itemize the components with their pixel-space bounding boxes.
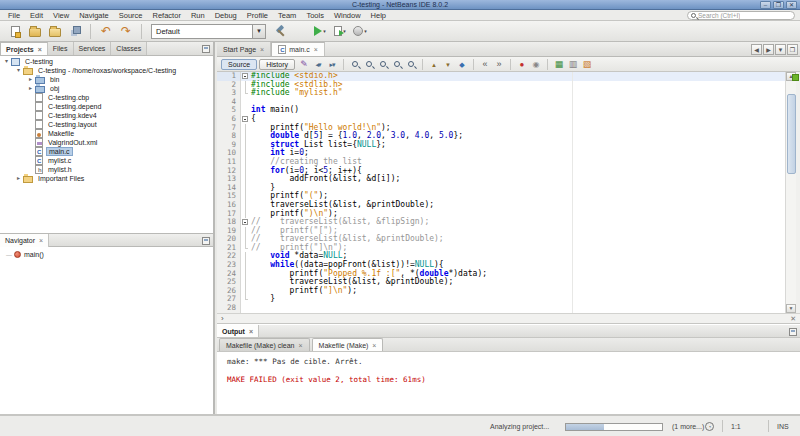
chevron-down-icon[interactable]: ▾ bbox=[364, 28, 367, 34]
fold-collapse-icon[interactable] bbox=[242, 219, 248, 225]
menu-edit[interactable]: Edit bbox=[25, 10, 48, 21]
menu-view[interactable]: View bbox=[48, 10, 74, 21]
find-selection-button[interactable] bbox=[390, 58, 404, 70]
tree-item-obj[interactable]: ▸obj bbox=[0, 84, 213, 93]
code-line[interactable]: 27 } bbox=[217, 295, 800, 304]
process-icon[interactable]: ◔ bbox=[705, 422, 714, 431]
tree-item-valgrindout-xml[interactable]: ValgrindOut.xml bbox=[0, 138, 213, 147]
maximize-icon[interactable]: ❒ bbox=[773, 1, 784, 9]
forward-button[interactable] bbox=[325, 58, 339, 70]
last-edited-button[interactable] bbox=[297, 58, 311, 70]
stop-macro-button[interactable] bbox=[515, 58, 529, 70]
toggle-highlight-button[interactable] bbox=[404, 58, 418, 70]
redo-button[interactable] bbox=[116, 22, 136, 40]
tab-files[interactable]: Files bbox=[48, 42, 74, 55]
history-view-button[interactable]: History bbox=[259, 59, 295, 70]
minimize-icon[interactable]: – bbox=[760, 1, 771, 9]
tree-item-c-testing-cbp[interactable]: C-testing.cbp bbox=[0, 93, 213, 102]
new-project-button[interactable] bbox=[25, 22, 45, 40]
find-previous-button[interactable] bbox=[376, 58, 390, 70]
fold-collapse-icon[interactable] bbox=[242, 116, 248, 122]
tree-item-c-testing-home-roxas-workspace-c-testing[interactable]: ▾C-testing - /home/roxas/workspace/C-tes… bbox=[0, 66, 213, 75]
menu-tools[interactable]: Tools bbox=[301, 10, 329, 21]
scrollbar-thumb[interactable] bbox=[787, 94, 796, 174]
chevron-down-icon[interactable]: ▼ bbox=[252, 25, 265, 38]
close-icon[interactable]: × bbox=[298, 342, 302, 349]
clean-build-button[interactable] bbox=[290, 22, 310, 40]
code-line[interactable]: 28 bbox=[217, 304, 800, 313]
tab-output[interactable]: Output × bbox=[217, 325, 259, 337]
tree-item-important-files[interactable]: ▸Important Files bbox=[0, 174, 213, 183]
menu-help[interactable]: Help bbox=[366, 10, 391, 21]
more-processes-link[interactable]: (1 more...) bbox=[672, 423, 704, 430]
tree-item-c-testing-kdev4[interactable]: C-testing.kdev4 bbox=[0, 111, 213, 120]
tree-item-c-testing-layout[interactable]: C-testing.layout bbox=[0, 120, 213, 129]
expand-icon[interactable]: ▸ bbox=[14, 174, 23, 183]
menu-file[interactable]: File bbox=[3, 10, 25, 21]
collapse-icon[interactable]: ▾ bbox=[14, 66, 23, 75]
fold-gutter[interactable] bbox=[241, 218, 251, 227]
menu-debug[interactable]: Debug bbox=[210, 10, 242, 21]
tree-item-makefile[interactable]: Makefile bbox=[0, 129, 213, 138]
menu-refactor[interactable]: Refactor bbox=[148, 10, 186, 21]
scroll-left-icon[interactable]: ◀ bbox=[751, 44, 762, 55]
run-button[interactable]: ▾ bbox=[310, 22, 330, 40]
tab-services[interactable]: Services bbox=[74, 42, 112, 55]
code-line[interactable]: 5int main() bbox=[217, 106, 800, 115]
expand-icon[interactable]: ▸ bbox=[26, 75, 35, 84]
close-icon[interactable]: × bbox=[314, 46, 318, 53]
tree-item-c-testing[interactable]: ▾C-testing bbox=[0, 57, 213, 66]
toggle-bookmark-button[interactable] bbox=[455, 58, 469, 70]
next-occurrence-button[interactable] bbox=[441, 58, 455, 70]
tree-item-mylist-c[interactable]: mylist.c bbox=[0, 156, 213, 165]
minimize-window-icon[interactable] bbox=[789, 328, 797, 336]
scroll-down-icon[interactable]: ▼ bbox=[786, 304, 796, 313]
find-button[interactable] bbox=[348, 58, 362, 70]
expand-icon[interactable]: ▸ bbox=[26, 84, 35, 93]
close-icon[interactable]: × bbox=[38, 46, 42, 53]
tree-item-mylist-h[interactable]: mylist.h bbox=[0, 165, 213, 174]
tab-start-page[interactable]: Start Page× bbox=[217, 42, 271, 56]
close-icon[interactable]: ✕ bbox=[790, 315, 796, 323]
code-line[interactable]: 3#include "mylist.h" bbox=[217, 89, 800, 98]
output-console[interactable]: make: *** Pas de cible. Arrêt.MAKE FAILE… bbox=[217, 353, 800, 414]
shift-right-button[interactable] bbox=[492, 58, 506, 70]
minimize-window-icon[interactable] bbox=[202, 237, 210, 245]
navigator-item[interactable]: —main() bbox=[0, 250, 213, 259]
close-icon[interactable]: ✕ bbox=[786, 1, 797, 9]
fold-collapse-icon[interactable] bbox=[242, 73, 248, 79]
tree-item-main-c[interactable]: main.c bbox=[0, 147, 213, 156]
find-next-button[interactable] bbox=[362, 58, 376, 70]
tab-main-c[interactable]: main.c× bbox=[271, 42, 325, 56]
quick-search-input[interactable]: Search (Ctrl+I) bbox=[687, 11, 795, 20]
code-line[interactable]: 4 bbox=[217, 98, 800, 107]
save-all-button[interactable] bbox=[65, 22, 85, 40]
tab-navigator[interactable]: Navigator × bbox=[0, 234, 49, 247]
chevron-right-icon[interactable]: › bbox=[221, 314, 224, 323]
menu-navigate[interactable]: Navigate bbox=[74, 10, 114, 21]
tab-list-icon[interactable]: ▼ bbox=[775, 44, 786, 55]
scroll-right-icon[interactable]: ▶ bbox=[763, 44, 774, 55]
build-button[interactable] bbox=[270, 22, 290, 40]
start-macro-button[interactable] bbox=[529, 58, 543, 70]
progress-bar[interactable] bbox=[565, 423, 663, 431]
tree-item-bin[interactable]: ▸bin bbox=[0, 75, 213, 84]
collapse-icon[interactable]: ▾ bbox=[2, 57, 11, 66]
fold-gutter[interactable] bbox=[241, 115, 251, 124]
open-project-button[interactable] bbox=[45, 22, 65, 40]
configuration-select[interactable]: Default ▼ bbox=[151, 24, 266, 39]
source-view-button[interactable]: Source bbox=[221, 59, 257, 70]
code-line[interactable]: 26 printf("]\n"); bbox=[217, 287, 800, 296]
tab-classes[interactable]: Classes bbox=[111, 42, 147, 55]
tab-makefile-make-clean[interactable]: Makefile (Make) clean× bbox=[219, 338, 310, 351]
menu-source[interactable]: Source bbox=[114, 10, 148, 21]
menu-team[interactable]: Team bbox=[273, 10, 301, 21]
debug-button[interactable]: ▾ bbox=[330, 22, 350, 40]
tree-item-c-testing-depend[interactable]: C-testing.depend bbox=[0, 102, 213, 111]
new-file-button[interactable] bbox=[5, 22, 25, 40]
menu-profile[interactable]: Profile bbox=[242, 10, 273, 21]
fold-gutter[interactable] bbox=[241, 72, 251, 81]
code-editor[interactable]: 1#include <stdio.h>2#include <stdlib.h>3… bbox=[217, 72, 800, 313]
diff-button[interactable] bbox=[552, 58, 566, 70]
chevron-down-icon[interactable]: ▾ bbox=[323, 28, 326, 34]
